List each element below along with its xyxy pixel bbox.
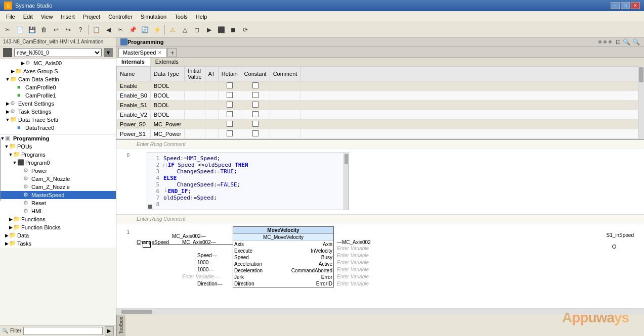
tb-run3[interactable]: ▶ (203, 24, 214, 35)
tb-run4[interactable]: ⬛ (216, 24, 227, 35)
cell-constant[interactable] (241, 91, 270, 101)
checkbox-retain[interactable] (227, 102, 233, 108)
tb-refresh[interactable]: ⟳ (240, 24, 251, 35)
tree-item-datatrace0[interactable]: ■ DataTrace0 (0, 124, 116, 132)
cell-retain[interactable] (218, 120, 241, 129)
tree-item-program0[interactable]: ▼ ⬛ Program0 (0, 159, 116, 167)
tb-run5[interactable]: ◼ (228, 24, 239, 35)
checkbox-retain[interactable] (227, 130, 233, 136)
tree-item-eventsettings[interactable]: ▶ ⚙ Event Settings (0, 100, 116, 108)
menu-edit[interactable]: Edit (19, 13, 37, 21)
tb-cut[interactable]: ✂ (2, 24, 13, 35)
cell-constant[interactable] (241, 129, 270, 139)
tree-item-tasks[interactable]: ▶ 📁 Tasks (0, 239, 116, 248)
cell-retain[interactable] (218, 129, 241, 139)
filter-input[interactable] (23, 327, 103, 335)
device-select[interactable]: new_NJ501_0 (14, 48, 102, 57)
tab-add-button[interactable]: + (167, 48, 177, 57)
hscroll-thumb[interactable] (121, 310, 152, 314)
tree-item-data[interactable]: ▶ 📁 Data (0, 231, 116, 239)
tb-help[interactable]: ? (75, 24, 86, 35)
checkbox-retain[interactable] (227, 82, 233, 88)
cell-retain[interactable] (218, 101, 241, 110)
tb-run1[interactable]: △ (179, 24, 190, 35)
tab-close-icon[interactable]: ✕ (158, 50, 162, 55)
menu-project[interactable]: Project (79, 13, 104, 21)
checkbox-constant[interactable] (252, 130, 259, 136)
checkbox-retain[interactable] (227, 92, 233, 98)
tree-item-axesgroup[interactable]: ▶ 📁 Axes Group S (0, 67, 116, 75)
tree-item-reset[interactable]: ⚙ Reset (0, 199, 116, 207)
table-vscroll[interactable] (638, 66, 644, 139)
tree-item-programs[interactable]: ▼ 📁 Programs (0, 151, 116, 159)
filter-apply-button[interactable]: ▶ (105, 326, 114, 335)
cell-name[interactable]: Power_S0 (117, 120, 151, 129)
code-vscroll-thumb[interactable] (345, 154, 348, 164)
tree-item-camznozzle[interactable]: ⚙ Cam_Z_Nozzle (0, 183, 116, 191)
checkbox-retain[interactable] (227, 121, 233, 127)
zoom-out-icon[interactable]: 🔍 (632, 38, 640, 45)
tb-warning[interactable]: ⚠ (167, 24, 178, 35)
menu-controller[interactable]: Controller (104, 13, 137, 21)
tb-delete[interactable]: 🗑 (38, 24, 50, 35)
tb-redo[interactable]: ↪ (63, 24, 74, 35)
resize-handle-bl[interactable] (148, 205, 152, 209)
tb-undo[interactable]: ↩ (51, 24, 62, 35)
checkbox-constant[interactable] (252, 92, 259, 98)
menu-tools[interactable]: Tools (170, 13, 192, 21)
device-settings-icon[interactable]: ▼ (104, 48, 113, 57)
tab-internals[interactable]: Internals (116, 58, 150, 66)
checkbox-constant[interactable] (252, 121, 259, 127)
tb-save[interactable]: 💾 (26, 24, 37, 35)
tb-btn4[interactable]: 📌 (127, 24, 138, 35)
tree-item-campro1[interactable]: ■ CamProfile1 (0, 91, 116, 100)
tree-item-programming[interactable]: ▼ ▣ Programming (0, 134, 116, 142)
multiview-explorer-tab[interactable]: Multiview Explorer (0, 138, 1, 201)
checkbox-retain[interactable] (227, 111, 233, 117)
cell-constant[interactable] (241, 110, 270, 120)
tab-masterspeed[interactable]: MasterSpeed ✕ (118, 48, 166, 57)
minimize-button[interactable]: – (611, 2, 620, 9)
window-icon[interactable]: ⊡ (616, 38, 621, 45)
cell-name[interactable]: Enable_S1 (117, 101, 151, 110)
checkbox-constant[interactable] (252, 111, 259, 117)
tree-item-masterspeed[interactable]: ⚙ MasterSpeed (0, 191, 116, 199)
cell-constant[interactable] (241, 101, 270, 110)
cell-retain[interactable] (218, 110, 241, 120)
menu-view[interactable]: View (37, 13, 57, 21)
code-block-0[interactable]: 1 Speed:=HMI_Speed; 2 □IF Speed <>oldSpe… (147, 153, 349, 210)
tree-item-power[interactable]: ⚙ Power (0, 167, 116, 175)
cell-constant[interactable] (241, 81, 270, 91)
rung-comment-text[interactable]: Enter Rung Comment (137, 141, 186, 147)
menu-file[interactable]: File (2, 13, 19, 21)
tb-btn6[interactable]: ⚡ (151, 24, 162, 35)
tb-btn3[interactable]: ✂ (115, 24, 126, 35)
tb-btn5[interactable]: 🔄 (139, 24, 150, 35)
tree-item-tasksettings[interactable]: ▶ ⚙ Task Settings (0, 108, 116, 116)
cell-name[interactable]: Power_S1 (117, 129, 151, 139)
zoom-in-icon[interactable]: 🔍 (623, 38, 630, 45)
tb-btn1[interactable]: 📋 (91, 24, 102, 35)
cell-name[interactable]: Enable_V2 (117, 110, 151, 120)
tab-externals[interactable]: Externals (150, 58, 184, 66)
rung-comment-text-1[interactable]: Enter Rung Comment (137, 216, 186, 222)
tree-item-hmi[interactable]: ⚙ HMI (0, 207, 116, 215)
tree-item-pous[interactable]: ▼ 📁 POUs (0, 142, 116, 151)
tb-copy[interactable]: 📄 (14, 24, 25, 35)
menu-help[interactable]: Help (192, 13, 211, 21)
menu-insert[interactable]: Insert (57, 13, 79, 21)
tree-item-camxnozzle[interactable]: ⚙ Cam_X_Nozzle (0, 175, 116, 183)
close-button[interactable]: ✕ (631, 2, 640, 9)
code-vscroll[interactable] (344, 153, 349, 210)
cell-retain[interactable] (218, 81, 241, 91)
cell-constant[interactable] (241, 120, 270, 129)
cell-name[interactable]: Enable (117, 81, 151, 91)
toolbox-tab[interactable]: Toolbox (117, 315, 125, 336)
tree-item-datatrace[interactable]: ▼ 📁 Data Trace Setti (0, 116, 116, 124)
menu-simulation[interactable]: Simulation (137, 13, 170, 21)
tree-item-mcaxis[interactable]: ▶ ⚙ MC_Axis00 (0, 59, 116, 67)
table-vscroll-thumb[interactable] (639, 67, 643, 82)
tb-btn2[interactable]: ◀ (103, 24, 114, 35)
tb-run2[interactable]: ◻ (191, 24, 202, 35)
maximize-button[interactable]: □ (621, 2, 630, 9)
